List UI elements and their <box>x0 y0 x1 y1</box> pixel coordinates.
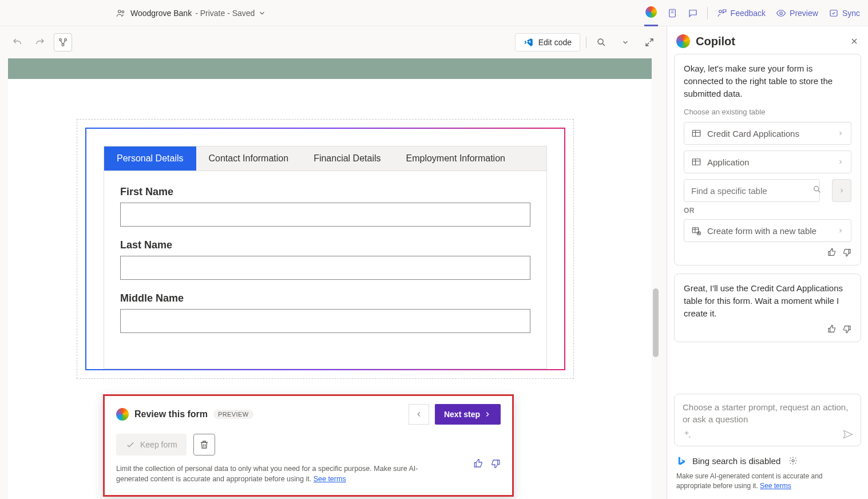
copilot-icon <box>645 6 657 18</box>
review-disclaimer: Limit the collection of personal data to… <box>116 464 437 485</box>
chevron-right-icon <box>837 159 844 165</box>
copilot-messages[interactable]: Okay, let's make sure your form is conne… <box>667 54 868 391</box>
preview-badge: PREVIEW <box>213 410 253 419</box>
svg-point-9 <box>598 39 603 44</box>
thumbs-down-icon[interactable] <box>490 458 501 469</box>
gear-icon <box>788 456 798 465</box>
canvas-area: Edit code Personal Details Contact Infor… <box>0 26 667 499</box>
scrollbar-thumb[interactable] <box>653 288 659 357</box>
table-icon <box>691 128 701 138</box>
close-icon <box>850 37 859 46</box>
see-terms-link[interactable]: See terms <box>314 475 346 483</box>
table-option-credit-card[interactable]: Credit Card Applications <box>684 122 851 145</box>
document-title[interactable]: Woodgrove Bank - Private - Saved <box>130 9 266 18</box>
app-header: Woodgrove Bank - Private - Saved Feedbac… <box>0 0 868 26</box>
bing-settings-button[interactable] <box>788 456 798 465</box>
form-card: Personal Details Contact Information Fin… <box>85 128 565 370</box>
find-table-input[interactable] <box>684 179 820 202</box>
tab-personal-details[interactable]: Personal Details <box>104 146 196 171</box>
magnifier-icon <box>596 37 607 47</box>
send-button[interactable] <box>842 429 854 440</box>
delete-form-button[interactable] <box>193 434 215 456</box>
people-icon <box>116 8 126 18</box>
svg-rect-10 <box>692 130 700 137</box>
svg-rect-2 <box>669 9 675 17</box>
message-text: Okay, let's make sure your form is conne… <box>684 62 851 100</box>
copilot-message: Okay, let's make sure your form is conne… <box>674 54 861 266</box>
undo-button[interactable] <box>8 33 26 52</box>
notes-tab[interactable] <box>666 0 679 26</box>
label-middle-name: Middle Name <box>120 292 530 304</box>
redo-button[interactable] <box>31 33 49 52</box>
thumbs-up-icon[interactable] <box>827 324 837 334</box>
copilot-tab[interactable] <box>644 0 658 26</box>
copilot-icon <box>116 408 129 421</box>
svg-rect-11 <box>692 159 700 165</box>
review-title: Review this form <box>134 409 208 419</box>
close-panel-button[interactable] <box>850 37 859 46</box>
check-icon <box>125 439 136 450</box>
separator <box>707 7 708 19</box>
svg-point-1 <box>122 10 124 13</box>
svg-point-3 <box>719 10 722 13</box>
see-terms-link[interactable]: See terms <box>760 482 791 490</box>
feedback-button[interactable]: Feedback <box>716 0 767 26</box>
edit-code-button[interactable]: Edit code <box>515 33 580 52</box>
components-button[interactable] <box>54 33 72 52</box>
preview-button[interactable]: Preview <box>775 0 819 26</box>
note-icon <box>667 8 677 18</box>
redo-icon <box>35 37 45 47</box>
thumbs-down-icon[interactable] <box>842 248 851 257</box>
form-fields: First Name Last Name Middle Name <box>104 171 547 369</box>
copilot-title: Copilot <box>696 35 735 48</box>
flow-icon <box>58 37 68 47</box>
bing-status: Bing search is disabled <box>667 452 868 469</box>
chevron-left-icon <box>415 410 423 418</box>
tab-financial-details[interactable]: Financial Details <box>301 146 393 171</box>
chat-tab[interactable] <box>687 0 699 26</box>
canvas-toolbar: Edit code <box>0 26 667 58</box>
next-step-button[interactable]: Next step <box>435 404 501 425</box>
chevron-right-icon <box>483 410 492 418</box>
person-feedback-icon <box>717 8 727 18</box>
eye-icon <box>776 8 786 18</box>
thumbs-up-icon[interactable] <box>827 248 837 257</box>
prev-step-button[interactable] <box>409 404 429 425</box>
table-option-application[interactable]: Application <box>684 151 851 173</box>
page-header-band <box>8 58 652 79</box>
label-first-name: First Name <box>120 186 530 198</box>
bing-icon <box>676 456 687 466</box>
table-plus-icon <box>691 225 701 236</box>
zoom-dropdown[interactable] <box>616 33 635 52</box>
sparkle-icon[interactable] <box>681 430 692 440</box>
svg-point-0 <box>118 10 121 13</box>
sync-icon <box>829 8 839 18</box>
expand-icon <box>644 37 655 47</box>
field-first-name: First Name <box>120 186 530 227</box>
trash-icon <box>199 439 209 450</box>
vertical-scrollbar[interactable] <box>653 61 661 492</box>
review-form-popover: Review this form PREVIEW Next step Keep … <box>103 394 514 497</box>
zoom-button[interactable] <box>592 33 611 52</box>
input-first-name[interactable] <box>120 203 530 227</box>
copilot-footer-disclaimer: Make sure AI-generated content is accura… <box>667 469 868 499</box>
input-last-name[interactable] <box>120 256 530 280</box>
thumbs-up-icon[interactable] <box>473 458 483 469</box>
keep-form-button: Keep form <box>116 434 187 456</box>
input-middle-name[interactable] <box>120 309 530 333</box>
sync-button[interactable]: Sync <box>827 0 861 26</box>
svg-point-4 <box>780 11 783 14</box>
thumbs-down-icon[interactable] <box>842 324 851 334</box>
form-container[interactable]: Personal Details Contact Information Fin… <box>77 119 574 379</box>
chevron-down-icon <box>621 38 629 46</box>
find-table-go[interactable] <box>832 179 851 202</box>
field-last-name: Last Name <box>120 239 530 280</box>
form-tabs: Personal Details Contact Information Fin… <box>104 146 547 171</box>
create-new-table-option[interactable]: Create form with a new table <box>684 219 851 242</box>
choose-table-label: Choose an existing table <box>684 108 851 116</box>
copilot-composer[interactable]: Choose a starter prompt, request an acti… <box>674 394 861 446</box>
copilot-icon <box>676 34 690 48</box>
tab-contact-information[interactable]: Contact Information <box>196 146 302 171</box>
fullscreen-button[interactable] <box>640 33 659 52</box>
tab-employment-information[interactable]: Employment Information <box>394 146 518 171</box>
